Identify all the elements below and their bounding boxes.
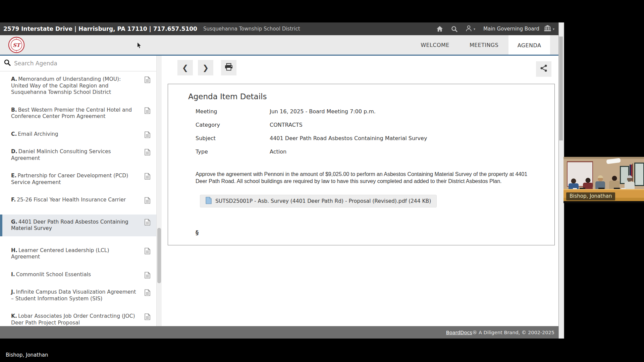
document-icon[interactable] bbox=[145, 272, 150, 281]
document-icon[interactable] bbox=[145, 313, 150, 322]
sidebar-scrollbar-thumb[interactable] bbox=[157, 228, 161, 283]
item-description: Approve the agreement with Pennoni in th… bbox=[196, 171, 528, 185]
screen: 2579 Interstate Drive | Harrisburg, PA 1… bbox=[0, 0, 644, 362]
field-category: CategoryCONTRACTS bbox=[196, 122, 427, 128]
document-icon[interactable] bbox=[145, 107, 150, 116]
meeting-video-overlay: Bishop, Jonathan bbox=[564, 157, 644, 203]
sidebar-scrollbar[interactable] bbox=[156, 56, 162, 326]
agenda-item-g-selected[interactable]: G.4401 Deer Path Road Asbestos Containin… bbox=[0, 215, 156, 236]
page-scrollbar-thumb[interactable] bbox=[559, 37, 563, 140]
agenda-item-f[interactable]: F.25-26 Fiscal Year Health Insurance Car… bbox=[0, 197, 156, 203]
site-header: ST WELCOME MEETINGS AGENDA bbox=[0, 35, 558, 55]
caret-down-icon: ▾ bbox=[553, 27, 554, 31]
attachment-file-icon bbox=[206, 197, 212, 205]
share-button[interactable] bbox=[536, 61, 551, 77]
search-icon bbox=[4, 59, 11, 67]
document-icon[interactable] bbox=[145, 289, 150, 298]
board-menu[interactable]: ▾ bbox=[544, 25, 554, 33]
document-icon[interactable] bbox=[145, 149, 150, 158]
tab-welcome[interactable]: WELCOME bbox=[418, 35, 452, 55]
agenda-item-d[interactable]: D.Daniel Malinich Consulting Services Ag… bbox=[0, 148, 156, 162]
top-address-bar: 2579 Interstate Drive | Harrisburg, PA 1… bbox=[0, 22, 558, 35]
agenda-item-e[interactable]: E.Partnership for Career Development (PC… bbox=[0, 173, 156, 186]
field-meeting: MeetingJun 16, 2025 - Board Meeting 7:00… bbox=[196, 108, 427, 115]
caret-down-icon: ▾ bbox=[474, 27, 475, 31]
agenda-item-a[interactable]: A.Memorandum of Understanding (MOU): Uni… bbox=[0, 76, 156, 96]
agenda-item-b[interactable]: B.Best Western Premier the Central Hotel… bbox=[0, 107, 156, 120]
footer-text: BoardDocs® A Diligent Brand, © 2002-2025 bbox=[446, 330, 554, 335]
agenda-item-h[interactable]: H.Learner Centered Leadership (LCL) Agre… bbox=[0, 247, 156, 260]
search-input[interactable]: Search Agenda bbox=[14, 60, 57, 67]
document-icon[interactable] bbox=[145, 76, 150, 85]
district-name: Susquehanna Township School District bbox=[203, 26, 300, 32]
agenda-item-list: A.Memorandum of Understanding (MOU): Uni… bbox=[0, 71, 156, 326]
stream-speaker-label: Bishop, Jonathan bbox=[6, 352, 48, 358]
home-icon[interactable] bbox=[436, 26, 443, 32]
agenda-sidebar: Search Agenda A.Memorandum of Understand… bbox=[0, 56, 156, 326]
district-address: 2579 Interstate Drive | Harrisburg, PA 1… bbox=[3, 25, 197, 32]
document-icon[interactable] bbox=[145, 197, 150, 206]
tab-agenda[interactable]: AGENDA bbox=[508, 35, 550, 56]
attachment-link[interactable]: SUTSD25001P - Asb. Survey (4401 Deer Pat… bbox=[200, 195, 437, 207]
user-icon bbox=[466, 25, 472, 33]
agenda-item-k[interactable]: K.Lobar Associates Job Order Contracting… bbox=[0, 313, 156, 326]
detail-fields: MeetingJun 16, 2025 - Board Meeting 7:00… bbox=[196, 108, 427, 162]
speaker-name-tag: Bishop, Jonathan bbox=[566, 192, 615, 200]
footer-bar: BoardDocs® A Diligent Brand, © 2002-2025 bbox=[0, 326, 558, 339]
next-item-button[interactable]: ❯ bbox=[198, 60, 213, 75]
agenda-item-j[interactable]: J.Infinite Campus Data Visualization Agr… bbox=[0, 289, 156, 302]
cursor-icon bbox=[137, 42, 142, 50]
svg-text:ST: ST bbox=[13, 42, 21, 48]
institution-icon bbox=[544, 25, 551, 33]
section-symbol: § bbox=[196, 229, 199, 236]
field-subject: Subject4401 Deer Path Road Asbestos Cont… bbox=[196, 135, 427, 141]
board-selector-label[interactable]: Main Governing Board bbox=[483, 26, 539, 32]
agenda-item-details-panel: Agenda Item Details MeetingJun 16, 2025 … bbox=[168, 84, 555, 245]
agenda-search[interactable]: Search Agenda bbox=[0, 56, 156, 71]
boarddocs-link[interactable]: BoardDocs bbox=[446, 330, 472, 335]
document-icon[interactable] bbox=[145, 173, 150, 182]
search-icon[interactable] bbox=[451, 26, 458, 32]
document-icon[interactable] bbox=[145, 131, 150, 140]
print-button[interactable] bbox=[221, 60, 236, 75]
user-menu[interactable]: ▾ bbox=[466, 25, 475, 33]
tab-meetings[interactable]: MEETINGS bbox=[467, 35, 501, 55]
district-logo[interactable]: ST bbox=[8, 37, 25, 55]
share-icon bbox=[540, 64, 548, 74]
print-icon bbox=[224, 63, 233, 73]
field-type: TypeAction bbox=[196, 148, 427, 155]
panel-title: Agenda Item Details bbox=[188, 92, 267, 101]
document-icon[interactable] bbox=[145, 219, 150, 228]
agenda-item-i[interactable]: I.Commonlit School Essentials bbox=[0, 272, 156, 278]
agenda-item-c[interactable]: C.Email Archiving bbox=[0, 131, 156, 138]
previous-item-button[interactable]: ❮ bbox=[177, 60, 193, 75]
document-icon[interactable] bbox=[145, 248, 150, 256]
